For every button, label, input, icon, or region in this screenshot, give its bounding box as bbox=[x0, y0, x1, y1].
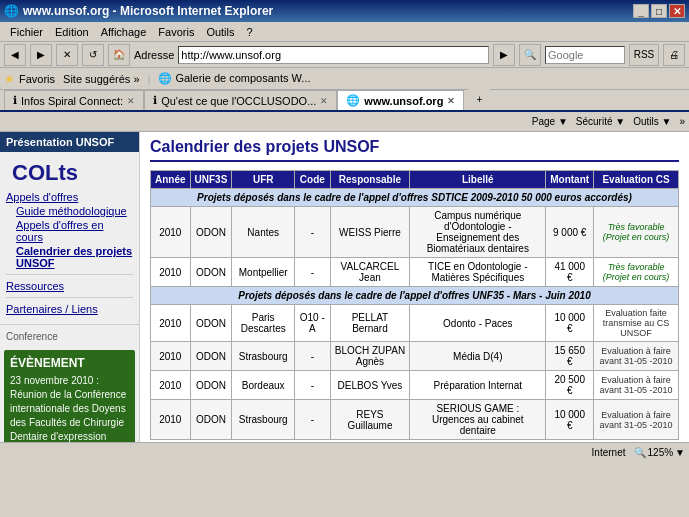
print-button[interactable]: 🖨 bbox=[663, 44, 685, 66]
section2-label: Projets déposés dans le cadre de l'appel… bbox=[151, 287, 679, 305]
menu-fichier[interactable]: Fichier bbox=[4, 24, 49, 40]
cell-montant: 20 500 € bbox=[546, 371, 594, 400]
tab-spiral-close[interactable]: ✕ bbox=[127, 96, 135, 106]
col-code: Code bbox=[295, 171, 330, 189]
sidebar-calendrier[interactable]: Calendrier des projets UNSOF bbox=[6, 244, 133, 270]
cell-unf3s: ODON bbox=[190, 400, 232, 440]
main-layout: Présentation UNSOF COLts Appels d'offres… bbox=[0, 132, 689, 442]
menubar: Fichier Edition Affichage Favoris Outils… bbox=[0, 22, 689, 42]
tools-menu[interactable]: Outils ▼ bbox=[633, 116, 671, 127]
cell-evaluation: Evaluation à faire avant 31-05 -2010 bbox=[594, 371, 679, 400]
back-button[interactable]: ◀ bbox=[4, 44, 26, 66]
cell-responsable: DELBOS Yves bbox=[330, 371, 410, 400]
col-ufr: UFR bbox=[232, 171, 295, 189]
cell-ufr: Montpellier bbox=[232, 258, 295, 287]
cell-unf3s: ODON bbox=[190, 305, 232, 342]
zoom-control[interactable]: 🔍 125% ▼ bbox=[634, 447, 685, 458]
col-evaluation: Evaluation CS bbox=[594, 171, 679, 189]
sidebar-divider2 bbox=[6, 297, 133, 298]
tab-occlusodo-icon: ℹ bbox=[153, 94, 157, 107]
expand-icon[interactable]: » bbox=[679, 116, 685, 127]
go-button[interactable]: ▶ bbox=[493, 44, 515, 66]
col-annee: Année bbox=[151, 171, 191, 189]
cell-evaluation: Evaluation à faire avant 31-05 -2010 bbox=[594, 342, 679, 371]
tab-occlusodo[interactable]: ℹ Qu'est ce que l'OCCLUSODO... ✕ bbox=[144, 90, 337, 110]
cell-responsable: BLOCH ZUPAN Agnès bbox=[330, 342, 410, 371]
stop-button[interactable]: ✕ bbox=[56, 44, 78, 66]
address-label: Adresse bbox=[134, 49, 174, 61]
cell-evaluation: Très favorable (Projet en cours) bbox=[594, 258, 679, 287]
security-menu[interactable]: Sécurité ▼ bbox=[576, 116, 625, 127]
cell-ufr: Strasbourg bbox=[232, 400, 295, 440]
cell-unf3s: ODON bbox=[190, 342, 232, 371]
favorites-star-icon: ★ bbox=[4, 72, 15, 86]
cell-montant: 10 000 € bbox=[546, 305, 594, 342]
sidebar-event: ÉVÈNEMENT 23 novembre 2010 : Réunion de … bbox=[4, 350, 135, 442]
section1-header: Projets déposés dans le cadre de l'appel… bbox=[151, 189, 679, 207]
menu-favoris[interactable]: Favoris bbox=[152, 24, 200, 40]
search-input[interactable] bbox=[545, 46, 625, 64]
new-tab-button[interactable]: + bbox=[468, 88, 490, 110]
refresh-button[interactable]: ↺ bbox=[82, 44, 104, 66]
minimize-button[interactable]: _ bbox=[633, 4, 649, 18]
cell-libelle: Campus numérique d'Odontologie - Enseign… bbox=[410, 207, 546, 258]
cell-libelle: Média D(4) bbox=[410, 342, 546, 371]
sidebar-divider3 bbox=[0, 324, 139, 325]
sidebar-partenaires[interactable]: Partenaires / Liens bbox=[6, 302, 133, 316]
content-area: Calendrier des projets UNSOF Année UNF3S… bbox=[140, 132, 689, 442]
cell-ufr: Nantes bbox=[232, 207, 295, 258]
cell-unf3s: ODON bbox=[190, 371, 232, 400]
page-title: Calendrier des projets UNSOF bbox=[150, 138, 679, 162]
statusbar: Internet 🔍 125% ▼ bbox=[0, 442, 689, 462]
browser-icon: 🌐 bbox=[4, 4, 19, 18]
menu-help[interactable]: ? bbox=[241, 24, 259, 40]
web-gallery[interactable]: 🌐 Galerie de composants W... bbox=[154, 71, 314, 86]
maximize-button[interactable]: □ bbox=[651, 4, 667, 18]
menu-affichage[interactable]: Affichage bbox=[95, 24, 153, 40]
menu-edition[interactable]: Edition bbox=[49, 24, 95, 40]
table-header-row: Année UNF3S UFR Code Responsable Libellé… bbox=[151, 171, 679, 189]
sidebar-guide[interactable]: Guide méthodologique bbox=[6, 204, 133, 218]
sidebar-divider1 bbox=[6, 274, 133, 275]
table-row: 2010 ODON Bordeaux - DELBOS Yves Prépara… bbox=[151, 371, 679, 400]
cell-responsable: WEISS Pierre bbox=[330, 207, 410, 258]
home-button[interactable]: 🏠 bbox=[108, 44, 130, 66]
col-unf3s: UNF3S bbox=[190, 171, 232, 189]
zoom-chevron-icon: ▼ bbox=[675, 447, 685, 458]
cell-code: - bbox=[295, 258, 330, 287]
menu-outils[interactable]: Outils bbox=[200, 24, 240, 40]
forward-button[interactable]: ▶ bbox=[30, 44, 52, 66]
toolbar: ◀ ▶ ✕ ↺ 🏠 Adresse ▶ 🔍 RSS 🖨 bbox=[0, 42, 689, 68]
conference-label: Conference bbox=[0, 329, 139, 344]
rss-button[interactable]: RSS bbox=[629, 44, 659, 66]
cell-annee: 2010 bbox=[151, 207, 191, 258]
close-button[interactable]: ✕ bbox=[669, 4, 685, 18]
cell-evaluation: Evaluation à faire avant 31-05 -2010 bbox=[594, 400, 679, 440]
event-date: 23 novembre 2010 : bbox=[10, 374, 129, 388]
sidebar-appels-cours[interactable]: Appels d'offres en cours bbox=[6, 218, 133, 244]
tab-unsof[interactable]: 🌐 www.unsof.org ✕ bbox=[337, 90, 464, 110]
event-description: Réunion de la Conférence internationale … bbox=[10, 388, 129, 442]
window-controls: _ □ ✕ bbox=[633, 4, 685, 18]
suggested-sites[interactable]: Site suggérés » bbox=[59, 72, 143, 86]
tab-unsof-close[interactable]: ✕ bbox=[447, 96, 455, 106]
projects-table: Année UNF3S UFR Code Responsable Libellé… bbox=[150, 170, 679, 440]
address-bar: Adresse ▶ bbox=[134, 44, 515, 66]
sidebar-nav: COLts Appels d'offres Guide méthodologiq… bbox=[0, 152, 139, 320]
page-menu[interactable]: Page ▼ bbox=[532, 116, 568, 127]
cell-code: - bbox=[295, 207, 330, 258]
address-input[interactable] bbox=[178, 46, 489, 64]
tab-spiral-label: Infos Spiral Connect: bbox=[21, 95, 123, 107]
tab-occlusodo-close[interactable]: ✕ bbox=[320, 96, 328, 106]
cell-annee: 2010 bbox=[151, 305, 191, 342]
cell-responsable: REYS Guillaume bbox=[330, 400, 410, 440]
cell-unf3s: ODON bbox=[190, 258, 232, 287]
cell-libelle: SERIOUS GAME : Urgences au cabinet denta… bbox=[410, 400, 546, 440]
sidebar-ressources[interactable]: Ressources bbox=[6, 279, 133, 293]
tab-spiral[interactable]: ℹ Infos Spiral Connect: ✕ bbox=[4, 90, 144, 110]
internet-zone: Internet bbox=[592, 447, 626, 458]
sidebar-logo[interactable]: Présentation UNSOF bbox=[0, 132, 139, 152]
tab-unsof-label: www.unsof.org bbox=[364, 95, 443, 107]
cell-ufr: Bordeaux bbox=[232, 371, 295, 400]
sidebar-appels[interactable]: Appels d'offres bbox=[6, 190, 133, 204]
